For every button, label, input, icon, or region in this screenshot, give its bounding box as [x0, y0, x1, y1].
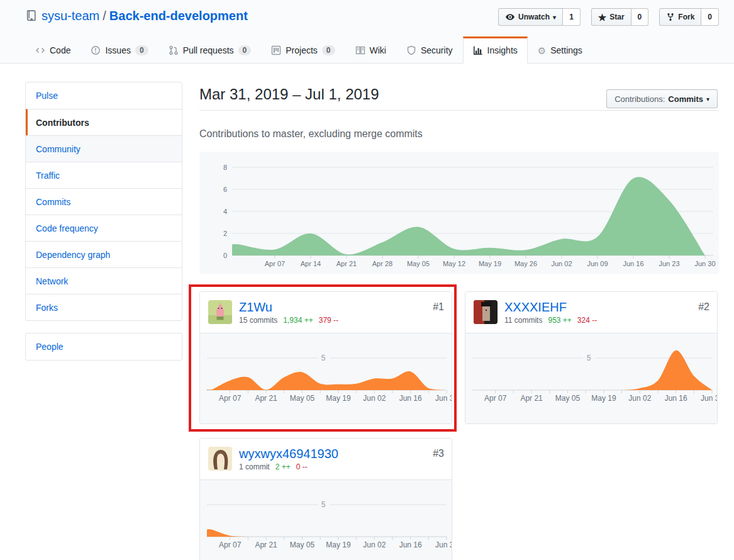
tab-issues[interactable]: Issues 0: [81, 36, 158, 64]
svg-text:Apr 28: Apr 28: [372, 260, 392, 267]
tab-insights[interactable]: Insights: [463, 36, 528, 64]
insights-sidebar: Pulse Contributors Community Traffic Com…: [25, 82, 182, 361]
svg-text:5: 5: [321, 354, 326, 362]
tab-security[interactable]: Security: [396, 36, 463, 64]
svg-text:May 05: May 05: [407, 260, 430, 267]
people-menu: People: [25, 333, 182, 361]
star-button-group: ★ Star 0: [591, 8, 648, 26]
svg-text:Jun 16: Jun 16: [399, 394, 422, 403]
svg-text:May 12: May 12: [443, 260, 465, 267]
issues-count-badge: 0: [135, 45, 148, 55]
contributor-2-additions: 953 ++: [548, 316, 571, 325]
tab-pull-requests[interactable]: Pull requests 0: [158, 36, 262, 64]
sidebar-item-traffic[interactable]: Traffic: [26, 162, 182, 188]
tab-wiki-label: Wiki: [370, 45, 386, 55]
repo-actions: Unwatch ▾ 1 ★ Star 0 Fork 0: [498, 8, 719, 26]
tab-insights-label: Insights: [487, 45, 518, 55]
tab-pull-requests-label: Pull requests: [183, 45, 234, 55]
avatar-z1wu[interactable]: [208, 300, 232, 324]
breadcrumb: sysu-team / Back-end-development: [25, 8, 248, 24]
contributor-2-rank: #2: [698, 300, 709, 313]
sidebar-item-network[interactable]: Network: [26, 267, 182, 294]
unwatch-button[interactable]: Unwatch ▾: [498, 8, 563, 26]
contributor-card-2-header: XXXXIEHF 11 commits 953 ++ 324 -- #2: [465, 292, 717, 333]
watch-button-group: Unwatch ▾ 1: [498, 8, 581, 26]
svg-text:2: 2: [223, 230, 227, 237]
contributor-2-chart: 5Apr 07Apr 21May 05May 19Jun 02Jun 16Jun…: [465, 333, 717, 424]
avatar-wyxwyx46941930[interactable]: [208, 447, 232, 471]
svg-text:6: 6: [223, 186, 227, 193]
svg-text:Apr 14: Apr 14: [301, 260, 321, 267]
contributor-1-commits: 15 commits: [239, 316, 277, 325]
contributor-3-deletions: 0 --: [296, 462, 308, 471]
svg-text:0: 0: [223, 252, 227, 259]
repo-nav: Code Issues 0 Pull requests 0 Projects 0…: [25, 36, 592, 64]
contributor-3-additions: 2 ++: [275, 462, 291, 471]
caret-down-icon: ▾: [553, 14, 556, 21]
tab-code[interactable]: Code: [25, 36, 81, 64]
forks-count[interactable]: 0: [701, 8, 719, 26]
sidebar-item-contributors[interactable]: Contributors: [26, 109, 182, 135]
contributor-2-info: XXXXIEHF 11 commits 953 ++ 324 --: [504, 300, 597, 325]
contributor-3-chart-svg: 5Apr 07Apr 21May 05May 19Jun 02Jun 16Jun…: [200, 480, 452, 560]
tab-settings-label: Settings: [550, 45, 582, 55]
contributor-1-chart-svg: 5Apr 07Apr 21May 05May 19Jun 02Jun 16Jun…: [200, 333, 452, 424]
sidebar-item-people[interactable]: People: [26, 333, 182, 360]
svg-text:Apr 07: Apr 07: [265, 260, 285, 267]
svg-text:Jun 16: Jun 16: [623, 260, 643, 267]
star-label: Star: [609, 13, 624, 21]
svg-text:May 19: May 19: [591, 394, 616, 403]
sidebar-item-pulse[interactable]: Pulse: [26, 82, 182, 109]
svg-text:Jun 02: Jun 02: [363, 540, 386, 549]
tab-settings[interactable]: ⚙ Settings: [528, 36, 592, 64]
contributor-1-additions: 1,934 ++: [283, 316, 313, 325]
total-commit-activity-chart: 02468Apr 07Apr 14Apr 21Apr 28May 05May 1…: [199, 152, 719, 274]
tab-wiki[interactable]: Wiki: [345, 36, 396, 64]
total-commit-activity-svg: 02468Apr 07Apr 14Apr 21Apr 28May 05May 1…: [199, 152, 719, 274]
insights-menu: Pulse Contributors Community Traffic Com…: [25, 82, 182, 321]
watchers-count[interactable]: 1: [563, 8, 581, 26]
contributor-2-chart-svg: 5Apr 07Apr 21May 05May 19Jun 02Jun 16Jun…: [465, 333, 718, 424]
svg-text:5: 5: [587, 354, 591, 362]
sidebar-item-dependency-graph[interactable]: Dependency graph: [26, 241, 182, 267]
star-button[interactable]: ★ Star: [591, 8, 631, 26]
contributor-1-rank: #1: [433, 300, 444, 313]
svg-text:May 05: May 05: [290, 540, 315, 549]
contributor-1-chart: 5Apr 07Apr 21May 05May 19Jun 02Jun 16Jun…: [200, 333, 452, 424]
contributor-3-name-link[interactable]: wyxwyx46941930: [239, 447, 338, 461]
page-header: sysu-team / Back-end-development Unwatch…: [0, 0, 734, 64]
shield-icon: [406, 45, 416, 55]
contributor-cards: Z1Wu 15 commits 1,934 ++ 379 -- #1 5Apr …: [199, 291, 719, 560]
wiki-icon: [355, 45, 365, 55]
contributor-1-name-link[interactable]: Z1Wu: [239, 300, 338, 314]
contributor-card-1-header: Z1Wu 15 commits 1,934 ++ 379 -- #1: [200, 292, 452, 333]
filter-prefix: Contributions:: [614, 94, 665, 104]
svg-text:Jun 23: Jun 23: [659, 260, 679, 267]
tab-security-label: Security: [421, 45, 453, 55]
svg-text:Jun 16: Jun 16: [665, 394, 687, 403]
svg-text:Apr 21: Apr 21: [336, 260, 357, 267]
repo-owner-link[interactable]: sysu-team: [42, 8, 99, 24]
sidebar-item-code-frequency[interactable]: Code frequency: [26, 215, 182, 241]
contributions-filter-button[interactable]: Contributions: Commits ▾: [606, 89, 718, 108]
fork-label: Fork: [678, 13, 694, 21]
unwatch-label: Unwatch: [518, 13, 550, 21]
eye-icon: [505, 12, 515, 22]
avatar-xxxxiehf[interactable]: [474, 300, 498, 324]
contributor-2-stats: 11 commits 953 ++ 324 --: [504, 316, 597, 325]
graph-icon: [473, 45, 483, 55]
sidebar-item-forks[interactable]: Forks: [26, 294, 182, 320]
sidebar-item-community[interactable]: Community: [26, 135, 182, 162]
fork-button[interactable]: Fork: [659, 8, 701, 26]
fork-icon: [666, 13, 675, 21]
tab-projects[interactable]: Projects 0: [261, 36, 345, 64]
svg-text:Jun 16: Jun 16: [399, 540, 422, 549]
sidebar-item-commits[interactable]: Commits: [26, 188, 182, 215]
gear-icon: ⚙: [538, 46, 546, 55]
contributor-2-name-link[interactable]: XXXXIEHF: [504, 300, 597, 314]
svg-text:Jun 02: Jun 02: [551, 260, 572, 267]
stargazers-count[interactable]: 0: [631, 8, 649, 26]
svg-text:Apr 21: Apr 21: [255, 540, 277, 549]
repo-name-link[interactable]: Back-end-development: [109, 8, 248, 24]
tab-issues-label: Issues: [105, 45, 130, 55]
